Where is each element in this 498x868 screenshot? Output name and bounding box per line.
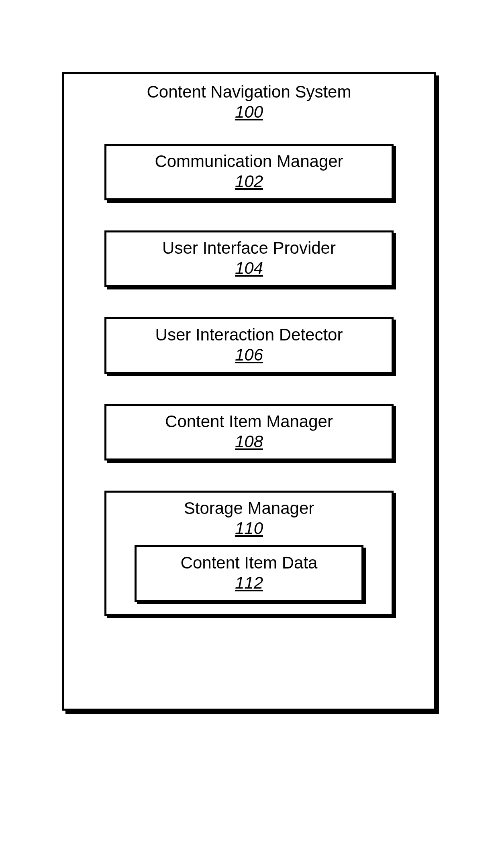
storage-box: Storage Manager 110 Content Item Data 11…	[104, 491, 394, 616]
component-ref: 104	[110, 259, 388, 278]
component-user-interaction-detector: User Interaction Detector 106	[104, 317, 394, 374]
component-title: Communication Manager	[110, 152, 388, 171]
component-box: User Interaction Detector 106	[104, 317, 394, 374]
nested-title: Content Item Data	[141, 553, 357, 573]
system-ref: 100	[104, 102, 394, 122]
component-title: User Interface Provider	[110, 238, 388, 258]
nested-content-item-data: Content Item Data 112	[135, 545, 363, 602]
component-box: User Interface Provider 104	[104, 230, 394, 287]
component-ref: 106	[110, 345, 388, 365]
component-box: Communication Manager 102	[104, 144, 394, 200]
component-communication-manager: Communication Manager 102	[104, 144, 394, 200]
storage-ref: 110	[110, 519, 388, 538]
component-title: Content Item Manager	[110, 412, 388, 431]
component-ref: 108	[110, 432, 388, 451]
nested-ref: 112	[141, 573, 357, 593]
component-user-interface-provider: User Interface Provider 104	[104, 230, 394, 287]
component-content-item-manager: Content Item Manager 108	[104, 404, 394, 460]
component-box: Content Item Manager 108	[104, 404, 394, 460]
nested-box: Content Item Data 112	[135, 545, 363, 602]
system-box: Content Navigation System 100 Communicat…	[62, 72, 436, 711]
component-storage-manager: Storage Manager 110 Content Item Data 11…	[104, 491, 394, 616]
component-title: User Interaction Detector	[110, 325, 388, 344]
page-container: Content Navigation System 100 Communicat…	[0, 0, 498, 868]
system-title: Content Navigation System	[104, 82, 394, 102]
component-ref: 102	[110, 172, 388, 191]
storage-title: Storage Manager	[110, 499, 388, 518]
